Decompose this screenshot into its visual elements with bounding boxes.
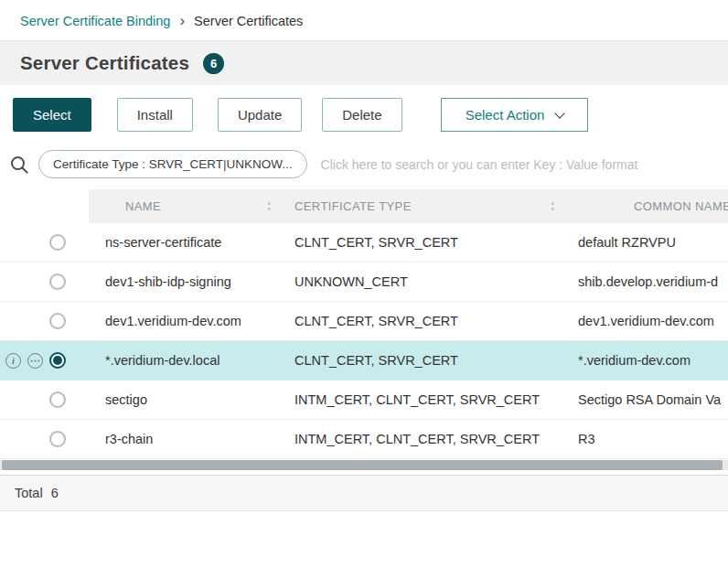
delete-button[interactable]: Delete [322,98,401,132]
common-name: Sectigo RSA Domain Va [564,380,728,419]
toolbar: Select Install Update Delete Select Acti… [0,85,728,141]
row-selection-cell: i ⋯ [0,223,89,262]
cert-name: r3-chain [89,420,281,458]
select-action-dropdown[interactable]: Select Action [441,98,589,132]
row-radio[interactable] [49,234,66,251]
breadcrumb-parent-link[interactable]: Server Certificate Binding [20,14,170,28]
table-row[interactable]: i ⋯ r3-chain INTM_CERT, CLNT_CERT, SRVR_… [0,420,728,459]
total-value: 6 [51,486,59,500]
selection-column-header [0,189,89,223]
chevron-down-icon [555,108,565,118]
table-row[interactable]: i ⋯ *.veridium-dev.local CLNT_CERT, SRVR… [0,341,728,380]
cert-type: CLNT_CERT, SRVR_CERT [281,341,564,380]
scrollbar-thumb[interactable] [2,460,723,470]
row-selection-cell: i ⋯ [0,341,89,380]
row-radio[interactable] [49,273,66,290]
common-name: *.veridium-dev.com [564,341,728,380]
cert-name: sectigo [89,380,281,419]
column-header-common-name[interactable]: COMMON NAME [564,189,728,223]
row-hover-icons: i ⋯ [5,353,43,369]
info-icon[interactable]: i [5,353,21,369]
table-footer: Total 6 [0,475,728,511]
row-selection-cell: i ⋯ [0,420,89,458]
cert-name: *.veridium-dev.local [89,341,281,380]
row-selection-cell: i ⋯ [0,302,89,340]
column-header-certificate-type[interactable]: CERTIFICATE TYPE ▲ ▼ [281,189,564,223]
row-radio[interactable] [49,313,66,329]
count-badge: 6 [203,53,224,74]
cert-name: dev1.veridium-dev.com [89,302,281,340]
common-name: R3 [564,420,728,458]
table-row[interactable]: i ⋯ dev1.veridium-dev.com CLNT_CERT, SRV… [0,302,728,341]
page-title: Server Certificates [20,52,189,74]
cert-type: CLNT_CERT, SRVR_CERT [281,302,564,340]
select-action-label: Select Action [466,107,545,123]
cert-type: INTM_CERT, CLNT_CERT, SRVR_CERT [281,420,564,458]
update-button[interactable]: Update [218,98,302,132]
table-row[interactable]: i ⋯ sectigo INTM_CERT, CLNT_CERT, SRVR_C… [0,380,728,420]
cert-name: ns-server-certificate [89,223,281,262]
breadcrumb-current: Server Certificates [194,14,303,28]
page-header: Server Certificates 6 [0,41,728,85]
column-header-name[interactable]: NAME ▲ ▼ [89,189,281,223]
search-bar: Certificate Type : SRVR_CERT|UNKNOW... [0,141,728,189]
more-actions-icon[interactable]: ⋯ [27,353,43,369]
search-input[interactable] [319,156,717,173]
row-selection-cell: i ⋯ [0,263,89,301]
cert-type: CLNT_CERT, SRVR_CERT [281,223,564,262]
row-radio[interactable] [49,391,66,408]
table-row[interactable]: i ⋯ dev1-shib-idp-signing UNKNOWN_CERT s… [0,263,728,302]
common-name: default RZRVPU [564,223,728,262]
sort-icon: ▲ ▼ [550,200,556,212]
breadcrumb: Server Certificate Binding › Server Cert… [0,0,728,41]
table-row[interactable]: i ⋯ ns-server-certificate CLNT_CERT, SRV… [0,223,728,263]
table-body: i ⋯ ns-server-certificate CLNT_CERT, SRV… [0,223,728,459]
row-radio[interactable] [49,431,66,447]
sort-icon: ▲ ▼ [266,200,273,212]
breadcrumb-separator: › [179,13,185,28]
row-selection-cell: i ⋯ [0,380,89,419]
select-button[interactable]: Select [13,98,91,132]
filter-chip[interactable]: Certificate Type : SRVR_CERT|UNKNOW... [38,150,307,178]
total-label: Total [15,486,43,500]
horizontal-scrollbar [0,460,728,470]
table-header: NAME ▲ ▼ CERTIFICATE TYPE ▲ ▼ COMMON NAM… [0,189,728,223]
cert-name: dev1-shib-idp-signing [89,263,281,301]
cert-type: UNKNOWN_CERT [281,263,564,301]
common-name: dev1.veridium-dev.com [564,302,728,340]
common-name: shib.develop.veridium-d [564,263,728,301]
install-button[interactable]: Install [117,98,193,132]
search-icon[interactable] [9,155,29,175]
row-radio[interactable] [49,352,66,369]
cert-type: INTM_CERT, CLNT_CERT, SRVR_CERT [281,380,564,419]
